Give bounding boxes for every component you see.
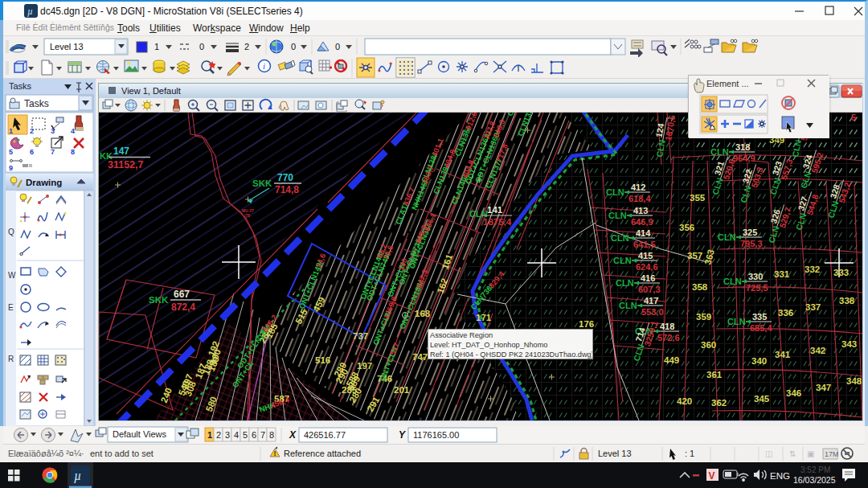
svg-text:553,0: 553,0 xyxy=(641,307,664,317)
svg-text:340: 340 xyxy=(751,356,767,366)
svg-text:0: 0 xyxy=(199,42,204,51)
svg-text:E: E xyxy=(8,303,14,312)
svg-text:417: 417 xyxy=(644,296,658,306)
svg-text:3: 3 xyxy=(225,430,230,440)
svg-text:337: 337 xyxy=(805,302,821,312)
svg-text:176: 176 xyxy=(579,319,594,329)
svg-text:CLN: CLN xyxy=(718,232,736,242)
svg-text:412: 412 xyxy=(631,182,645,192)
svg-text:3:52 PM: 3:52 PM xyxy=(800,465,830,474)
svg-text:CLN: CLN xyxy=(723,277,742,286)
svg-text:171: 171 xyxy=(476,313,492,322)
svg-text:356: 356 xyxy=(679,223,694,232)
svg-text:2: 2 xyxy=(216,430,221,440)
svg-text:CLN: CLN xyxy=(608,211,627,220)
svg-text:SKK: SKK xyxy=(252,178,272,188)
svg-text:415: 415 xyxy=(638,251,653,260)
svg-text:Tasks: Tasks xyxy=(9,81,32,91)
svg-text:Elæaïäôøå¼õ ²¤¼·: Elæaïäôøå¼õ ²¤¼· xyxy=(8,449,84,458)
svg-text:i: i xyxy=(263,61,265,71)
svg-text:667: 667 xyxy=(174,289,190,300)
svg-text:348: 348 xyxy=(846,376,862,386)
svg-text:618,4: 618,4 xyxy=(628,194,651,203)
svg-text:725,5: 725,5 xyxy=(746,283,768,293)
svg-text:X: X xyxy=(289,429,297,441)
svg-text:SKK: SKK xyxy=(149,295,169,305)
svg-text:414: 414 xyxy=(636,228,651,238)
svg-text:361: 361 xyxy=(706,370,723,379)
svg-text:CLN: CLN xyxy=(619,301,637,310)
svg-text:420: 420 xyxy=(677,396,692,406)
svg-text:449: 449 xyxy=(664,355,679,365)
svg-text:426516.77: 426516.77 xyxy=(304,430,346,440)
svg-text:3: 3 xyxy=(51,127,55,135)
svg-text:168: 168 xyxy=(415,309,431,318)
svg-text:V: V xyxy=(709,470,715,482)
svg-text:4: 4 xyxy=(71,127,75,135)
svg-text:646,9: 646,9 xyxy=(631,217,653,227)
svg-text:Level 13: Level 13 xyxy=(598,449,632,458)
svg-text:737: 737 xyxy=(353,331,368,341)
svg-text:331: 331 xyxy=(774,269,790,279)
svg-text:CLN: CLN xyxy=(727,317,746,326)
svg-text:Q: Q xyxy=(8,228,14,236)
svg-text:7: 7 xyxy=(51,148,55,156)
svg-text:795,3: 795,3 xyxy=(740,239,763,248)
svg-text:197: 197 xyxy=(357,361,372,371)
svg-text:Element ...: Element ... xyxy=(706,79,749,88)
svg-text:: 1: : 1 xyxy=(685,449,694,458)
svg-text:357: 357 xyxy=(687,251,702,260)
svg-text:Y: Y xyxy=(399,429,406,441)
svg-text:8: 8 xyxy=(269,430,274,440)
svg-text:516: 516 xyxy=(315,355,330,365)
svg-text:17M: 17M xyxy=(825,450,839,458)
svg-text:Drawing: Drawing xyxy=(26,178,62,187)
svg-text:343: 343 xyxy=(841,339,857,349)
svg-text:5: 5 xyxy=(243,430,248,440)
svg-text:1: 1 xyxy=(207,430,212,440)
svg-text:641,5: 641,5 xyxy=(633,240,656,249)
svg-text:2: 2 xyxy=(30,127,34,135)
svg-text:1176165.00: 1176165.00 xyxy=(413,430,459,440)
svg-text:964,9: 964,9 xyxy=(733,154,755,163)
svg-text:R: R xyxy=(8,355,14,363)
svg-text:5: 5 xyxy=(851,113,856,122)
svg-text:6: 6 xyxy=(252,430,256,440)
svg-text:/78: /78 xyxy=(244,213,250,218)
svg-text:359: 359 xyxy=(696,312,711,322)
svg-text:▣: ▣ xyxy=(807,449,814,458)
svg-text:!: ! xyxy=(274,449,276,457)
svg-text:342: 342 xyxy=(810,346,825,355)
svg-text:31152,7: 31152,7 xyxy=(108,159,144,170)
svg-text:318: 318 xyxy=(735,142,750,152)
svg-text:413: 413 xyxy=(633,206,648,215)
svg-text:W: W xyxy=(8,271,16,280)
svg-text:Tasks: Tasks xyxy=(24,98,49,109)
svg-text:333: 333 xyxy=(833,268,849,277)
svg-text:141: 141 xyxy=(487,205,503,215)
svg-text:CLN: CLN xyxy=(710,147,729,157)
svg-text:5: 5 xyxy=(9,148,13,156)
svg-text:CLN: CLN xyxy=(606,187,624,197)
svg-text:0: 0 xyxy=(291,42,296,51)
svg-text:9: 9 xyxy=(9,164,13,172)
svg-text:2: 2 xyxy=(244,42,249,51)
svg-text:◫: ◫ xyxy=(765,449,772,458)
svg-text:201: 201 xyxy=(394,385,410,395)
svg-text:338: 338 xyxy=(839,296,855,306)
svg-text:330: 330 xyxy=(748,272,763,281)
svg-text:7: 7 xyxy=(260,430,265,440)
svg-text:1: 1 xyxy=(154,42,159,51)
svg-text:4: 4 xyxy=(234,430,239,440)
svg-text:µ: µ xyxy=(74,469,81,483)
svg-text:ent to add to set: ent to add to set xyxy=(90,449,154,458)
svg-text:8: 8 xyxy=(71,148,75,156)
svg-text:1: 1 xyxy=(9,127,13,135)
svg-text:747: 747 xyxy=(412,352,428,362)
svg-text:CLN: CLN xyxy=(611,233,629,243)
svg-text:418: 418 xyxy=(660,322,674,331)
svg-text:572,6: 572,6 xyxy=(657,333,680,342)
svg-text:CLN: CLN xyxy=(613,256,632,265)
svg-text:147: 147 xyxy=(113,146,129,157)
svg-text:872,4: 872,4 xyxy=(171,301,195,313)
